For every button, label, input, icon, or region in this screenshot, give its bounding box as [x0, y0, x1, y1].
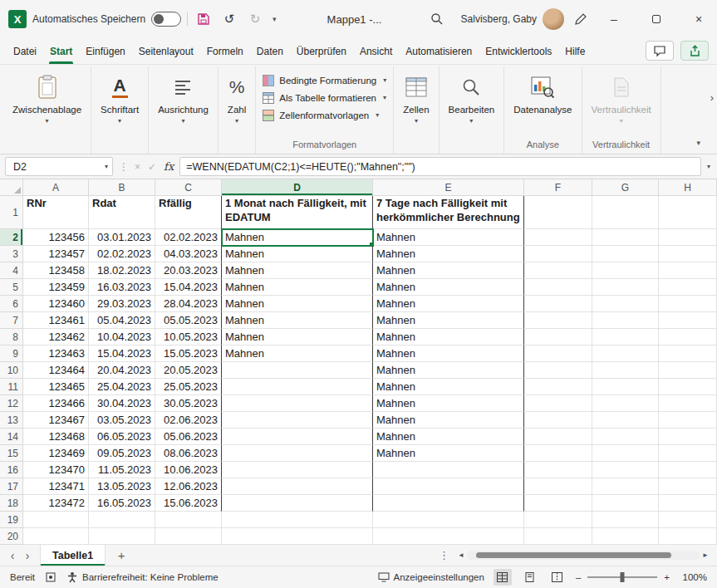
col-header-D[interactable]: D [222, 179, 373, 196]
cell-B9[interactable]: 15.04.2023 [89, 345, 155, 362]
cell-B6[interactable]: 29.03.2023 [89, 296, 155, 312]
cell-F10[interactable] [524, 362, 592, 379]
cell-G8[interactable] [592, 329, 659, 345]
excel-logo-icon[interactable]: X [8, 10, 27, 28]
cell-G11[interactable] [592, 379, 659, 395]
cell-G18[interactable] [592, 495, 659, 512]
cell-E9[interactable]: Mahnen [373, 345, 524, 362]
cell-C19[interactable] [155, 512, 222, 528]
cell-E10[interactable]: Mahnen [373, 362, 524, 379]
cell-A7[interactable]: 123461 [23, 312, 89, 329]
cell-F7[interactable] [524, 312, 592, 329]
cell-G20[interactable] [592, 528, 659, 545]
cell-D20[interactable] [222, 528, 373, 545]
row-header-9[interactable]: 9 [0, 345, 23, 362]
cell-F9[interactable] [524, 345, 592, 362]
cell-B15[interactable]: 09.05.2023 [89, 445, 155, 462]
cell-B11[interactable]: 25.04.2023 [89, 379, 155, 395]
cell-F8[interactable] [524, 329, 592, 345]
cell-B13[interactable]: 03.05.2023 [89, 412, 155, 429]
undo-button[interactable]: ↺ [219, 7, 239, 31]
cell-A13[interactable]: 123467 [23, 412, 89, 429]
cell-A1[interactable]: RNr [23, 196, 89, 229]
cell-F16[interactable] [524, 462, 592, 478]
cell-D3[interactable]: Mahnen [222, 246, 373, 262]
search-button[interactable] [427, 7, 447, 31]
cell-D2[interactable]: Mahnen [222, 229, 373, 246]
cell-D11[interactable] [222, 379, 373, 395]
cell-H5[interactable] [659, 279, 717, 296]
cell-A16[interactable]: 123470 [23, 462, 89, 478]
cell-B12[interactable]: 30.04.2023 [89, 395, 155, 412]
cell-G7[interactable] [592, 312, 659, 329]
cell-F17[interactable] [524, 478, 592, 495]
view-page-break-button[interactable] [548, 569, 567, 586]
cell-E2[interactable]: Mahnen [373, 229, 524, 246]
redo-button[interactable]: ↻ [245, 7, 265, 31]
view-page-layout-button[interactable] [521, 569, 539, 586]
ausrichtung-button[interactable]: Ausrichtung ▾ [151, 68, 215, 125]
cell-H15[interactable] [659, 445, 717, 462]
close-button[interactable]: × [680, 0, 717, 38]
ribbon-tab-formeln[interactable]: Formeln [200, 40, 250, 64]
cell-C14[interactable]: 05.06.2023 [155, 429, 222, 445]
cell-H4[interactable] [659, 262, 717, 279]
cell-F4[interactable] [524, 262, 592, 279]
cell-A3[interactable]: 123457 [23, 246, 89, 262]
cell-D13[interactable] [222, 412, 373, 429]
comments-button[interactable] [646, 41, 674, 61]
scrollbar-thumb[interactable] [476, 552, 671, 558]
row-header-7[interactable]: 7 [0, 312, 23, 329]
col-header-C[interactable]: C [155, 179, 222, 196]
cell-B8[interactable]: 10.04.2023 [89, 329, 155, 345]
cell-C17[interactable]: 12.06.2023 [155, 478, 222, 495]
cell-G15[interactable] [592, 445, 659, 462]
row-header-10[interactable]: 10 [0, 362, 23, 379]
cell-F20[interactable] [524, 528, 592, 545]
row-header-16[interactable]: 16 [0, 462, 23, 478]
chevron-down-icon[interactable]: ▾ [105, 164, 108, 170]
cell-E14[interactable]: Mahnen [373, 429, 524, 445]
cell-B3[interactable]: 02.02.2023 [89, 246, 155, 262]
cell-H9[interactable] [659, 345, 717, 362]
cell-B20[interactable] [89, 528, 155, 545]
cell-E4[interactable]: Mahnen [373, 262, 524, 279]
ribbon-tab-start[interactable]: Start [43, 40, 79, 64]
cell-A15[interactable]: 123469 [23, 445, 89, 462]
cell-B16[interactable]: 11.05.2023 [89, 462, 155, 478]
cell-G16[interactable] [592, 462, 659, 478]
row-header-13[interactable]: 13 [0, 412, 23, 429]
cell-F5[interactable] [524, 279, 592, 296]
row-header-2[interactable]: 2 [0, 229, 23, 246]
cell-H3[interactable] [659, 246, 717, 262]
cell-G9[interactable] [592, 345, 659, 362]
expand-formula-bar-icon[interactable]: ▾ [707, 164, 710, 170]
drag-handle-icon[interactable]: ⋮ [119, 161, 129, 173]
cell-G6[interactable] [592, 296, 659, 312]
zahl-button[interactable]: % Zahl ▾ [221, 68, 253, 125]
cell-E19[interactable] [373, 512, 524, 528]
cell-F15[interactable] [524, 445, 592, 462]
cell-D9[interactable]: Mahnen [222, 345, 373, 362]
cell-H2[interactable] [659, 229, 717, 246]
cell-G19[interactable] [592, 512, 659, 528]
name-box[interactable]: D2 ▾ [5, 157, 113, 176]
cell-A10[interactable]: 123464 [23, 362, 89, 379]
cell-H8[interactable] [659, 329, 717, 345]
cell-D8[interactable]: Mahnen [222, 329, 373, 345]
row-header-12[interactable]: 12 [0, 395, 23, 412]
cell-E5[interactable]: Mahnen [373, 279, 524, 296]
scrollbar-track[interactable] [467, 551, 700, 560]
cell-C3[interactable]: 04.03.2023 [155, 246, 222, 262]
col-header-A[interactable]: A [23, 179, 89, 196]
cell-F13[interactable] [524, 412, 592, 429]
cell-B7[interactable]: 05.04.2023 [89, 312, 155, 329]
cell-D12[interactable] [222, 395, 373, 412]
maximize-button[interactable] [638, 0, 675, 38]
cell-C4[interactable]: 20.03.2023 [155, 262, 222, 279]
scroll-right-icon[interactable]: ► [702, 551, 709, 559]
cell-E17[interactable] [373, 478, 524, 495]
row-header-20[interactable]: 20 [0, 528, 23, 545]
als-tabelle-formatieren-button[interactable]: Als Tabelle formatieren ▾ [258, 90, 390, 106]
col-header-B[interactable]: B [89, 179, 155, 196]
